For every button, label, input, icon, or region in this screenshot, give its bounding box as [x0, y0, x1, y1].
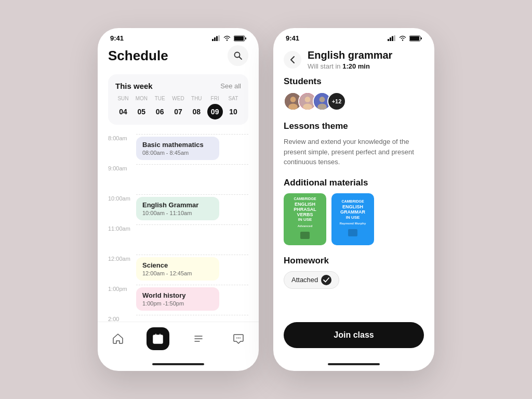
- students-section: Students: [284, 76, 424, 111]
- event-basic-math[interactable]: Basic mathematics 08:00am - 8:45am: [136, 137, 219, 160]
- join-btn-container: Join class: [273, 316, 434, 361]
- svg-rect-26: [394, 35, 395, 41]
- svg-rect-14: [155, 339, 156, 340]
- svg-rect-0: [212, 39, 214, 41]
- svg-rect-24: [390, 37, 391, 41]
- wifi-icon-2: [398, 35, 407, 41]
- schedule-title: Schedule: [108, 48, 168, 64]
- status-icons-2: [388, 35, 422, 42]
- svg-point-20: [236, 338, 237, 339]
- time-label: 12:00am: [108, 255, 136, 262]
- book-grammar[interactable]: CAMBRIDGE ENGLISHGRAMMAR IN USE Raymond …: [331, 193, 374, 245]
- homework-section: Homework Attached: [284, 256, 424, 289]
- time-label: 8:00am: [108, 134, 136, 141]
- battery-icon: [234, 35, 246, 42]
- time-row-11am: 11:00am: [108, 224, 248, 255]
- svg-rect-25: [392, 36, 393, 42]
- signal-icon: [212, 35, 220, 41]
- lessons-theme-text: Review and extend your knowledge of the …: [284, 137, 424, 167]
- schedule-phone: 9:41: [98, 28, 259, 371]
- search-button[interactable]: [228, 45, 248, 66]
- svg-rect-30: [421, 37, 422, 39]
- book-icon-1: [300, 231, 310, 240]
- svg-line-9: [240, 57, 242, 60]
- chat-icon: [233, 333, 244, 344]
- svg-point-35: [305, 97, 311, 102]
- detail-header: English grammar Will start in 1:20 min: [273, 45, 434, 76]
- svg-rect-2: [216, 36, 218, 42]
- time-label: 2:00: [108, 315, 136, 322]
- book-phrasal-verbs[interactable]: CAMBRIDGE ENGLISHPHRASALVERBS IN USE Adv…: [284, 193, 326, 245]
- svg-point-38: [320, 97, 325, 102]
- svg-point-27: [402, 39, 403, 41]
- homework-title: Homework: [284, 256, 424, 266]
- day-fri[interactable]: FRI 09: [207, 96, 223, 119]
- time-row-1pm: 1:00pm World history 1:00pm -1:50pm: [108, 285, 248, 315]
- lessons-theme-title: Lessons theme: [284, 121, 424, 131]
- home-indicator-2: [273, 361, 434, 371]
- svg-point-21: [238, 338, 239, 339]
- svg-rect-3: [218, 35, 220, 41]
- status-bar-1: 9:41: [98, 28, 259, 45]
- day-tue[interactable]: TUE 06: [152, 96, 168, 119]
- day-mon[interactable]: MON 05: [134, 96, 149, 119]
- svg-rect-23: [388, 39, 389, 41]
- time-label: 9:00am: [108, 164, 136, 171]
- additional-materials-title: Additional materials: [284, 178, 424, 188]
- detail-phone: 9:41: [273, 28, 434, 371]
- detail-body: Students: [273, 76, 434, 316]
- nav-chat-button[interactable]: [227, 327, 250, 350]
- see-all-link[interactable]: See all: [220, 82, 241, 90]
- svg-rect-40: [300, 232, 310, 239]
- detail-subtitle: Will start in 1:20 min: [308, 62, 392, 70]
- nav-home-button[interactable]: [107, 327, 129, 350]
- nav-calendar-button[interactable]: [147, 327, 169, 350]
- avatars-row: +12: [284, 92, 424, 111]
- event-english-grammar[interactable]: English Grammar 10:00am - 11:10am: [136, 197, 219, 220]
- svg-point-32: [290, 97, 296, 102]
- svg-rect-7: [245, 37, 246, 39]
- home-icon: [112, 333, 124, 344]
- time-row-2: 2:00: [108, 315, 248, 322]
- svg-rect-41: [348, 229, 357, 236]
- time-1: 9:41: [110, 34, 124, 42]
- check-circle: [321, 275, 331, 285]
- attached-label: Attached: [291, 276, 318, 284]
- time-row-8am: 8:00am Basic mathematics 08:00am - 8:45a…: [108, 134, 248, 164]
- event-science[interactable]: Science 12:00am - 12:45am: [136, 257, 219, 281]
- book-icon-2: [348, 229, 358, 237]
- day-thu[interactable]: THU 08: [189, 96, 204, 119]
- svg-point-22: [240, 338, 241, 339]
- time-row-9am: 9:00am: [108, 164, 248, 194]
- schedule-header: Schedule: [108, 45, 248, 66]
- schedule-content: Schedule This week See all SUN: [98, 45, 259, 322]
- nav-list-button[interactable]: [187, 327, 210, 350]
- list-icon: [193, 333, 204, 344]
- svg-point-36: [303, 103, 312, 110]
- join-class-button[interactable]: Join class: [284, 322, 424, 348]
- svg-rect-1: [214, 37, 216, 41]
- wifi-icon: [223, 35, 231, 41]
- signal-icon-2: [388, 35, 396, 41]
- home-bar-2: [328, 363, 380, 365]
- attached-badge[interactable]: Attached: [284, 271, 339, 289]
- svg-point-39: [317, 103, 327, 110]
- detail-title-block: English grammar Will start in 1:20 min: [308, 49, 392, 70]
- detail-title: English grammar: [308, 49, 392, 61]
- time-2: 9:41: [286, 34, 299, 42]
- additional-materials-section: Additional materials CAMBRIDGE ENGLISHPH…: [284, 178, 424, 245]
- time-label: 11:00am: [108, 224, 136, 232]
- svg-point-4: [227, 39, 228, 41]
- search-icon: [233, 51, 243, 60]
- day-sat[interactable]: SAT 10: [225, 96, 241, 119]
- event-world-history[interactable]: World history 1:00pm -1:50pm: [136, 287, 219, 311]
- avatar-plus: +12: [327, 92, 346, 111]
- day-sun[interactable]: SUN 04: [115, 96, 131, 119]
- svg-rect-6: [234, 36, 244, 41]
- day-wed[interactable]: WED 07: [170, 96, 186, 119]
- students-title: Students: [284, 76, 424, 87]
- svg-rect-15: [157, 339, 158, 340]
- home-indicator-1: [98, 361, 259, 371]
- bottom-nav: [98, 322, 259, 361]
- back-button[interactable]: [284, 51, 301, 69]
